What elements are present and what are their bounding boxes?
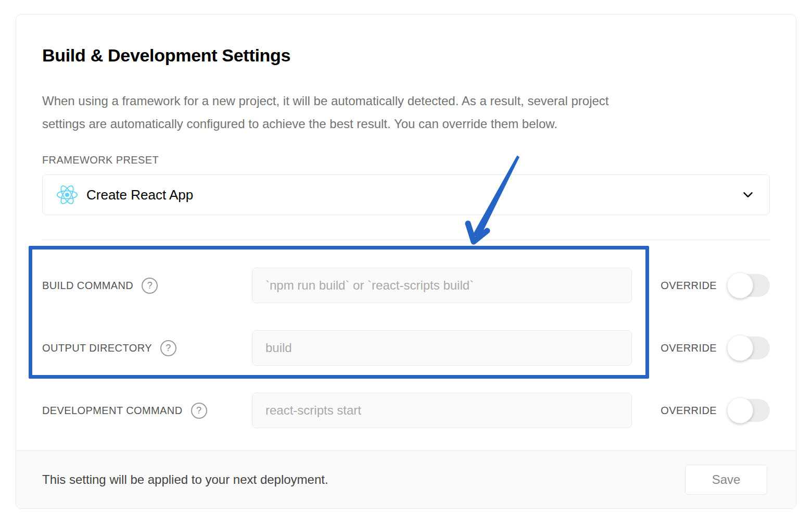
react-logo-icon <box>56 184 78 206</box>
output-directory-override-toggle[interactable] <box>728 336 770 359</box>
toggle-knob <box>727 272 753 298</box>
page-title: Build & Development Settings <box>42 45 770 66</box>
chevron-down-icon <box>740 187 756 203</box>
development-command-override-toggle[interactable] <box>728 399 770 422</box>
description-line: settings are automatically configured to… <box>42 113 770 135</box>
settings-rows: BUILD COMMAND ? OVERRIDE OUTPUT DIRECTOR… <box>42 254 770 442</box>
help-circle-icon[interactable]: ? <box>142 278 158 294</box>
override-label: OVERRIDE <box>661 280 717 292</box>
override-label: OVERRIDE <box>661 342 717 354</box>
override-label: OVERRIDE <box>661 405 717 417</box>
description-line: When using a framework for a new project… <box>42 90 770 113</box>
help-circle-icon[interactable]: ? <box>160 340 176 356</box>
framework-preset-select[interactable]: Create React App <box>42 174 770 215</box>
section-divider <box>42 240 770 240</box>
build-command-row: BUILD COMMAND ? OVERRIDE <box>42 254 770 317</box>
build-settings-card: Build & Development Settings When using … <box>16 14 796 509</box>
framework-preset-label: FRAMEWORK PRESET <box>42 154 770 166</box>
output-directory-label: OUTPUT DIRECTORY <box>42 342 152 354</box>
toggle-knob <box>727 335 753 361</box>
help-circle-icon[interactable]: ? <box>191 403 207 419</box>
card-footer: This setting will be applied to your nex… <box>16 450 796 508</box>
footer-note: This setting will be applied to your nex… <box>42 472 328 487</box>
build-command-label: BUILD COMMAND <box>42 280 133 292</box>
development-command-input[interactable] <box>252 393 632 428</box>
framework-preset-value: Create React App <box>86 187 193 203</box>
toggle-knob <box>727 397 753 423</box>
save-button[interactable]: Save <box>685 465 767 495</box>
build-command-input[interactable] <box>252 268 632 303</box>
section-description: When using a framework for a new project… <box>42 90 770 135</box>
development-command-label: DEVELOPMENT COMMAND <box>42 405 183 417</box>
build-command-override-toggle[interactable] <box>728 274 770 297</box>
output-directory-input[interactable] <box>252 330 632 366</box>
output-directory-row: OUTPUT DIRECTORY ? OVERRIDE <box>42 317 770 379</box>
development-command-row: DEVELOPMENT COMMAND ? OVERRIDE <box>42 379 770 442</box>
